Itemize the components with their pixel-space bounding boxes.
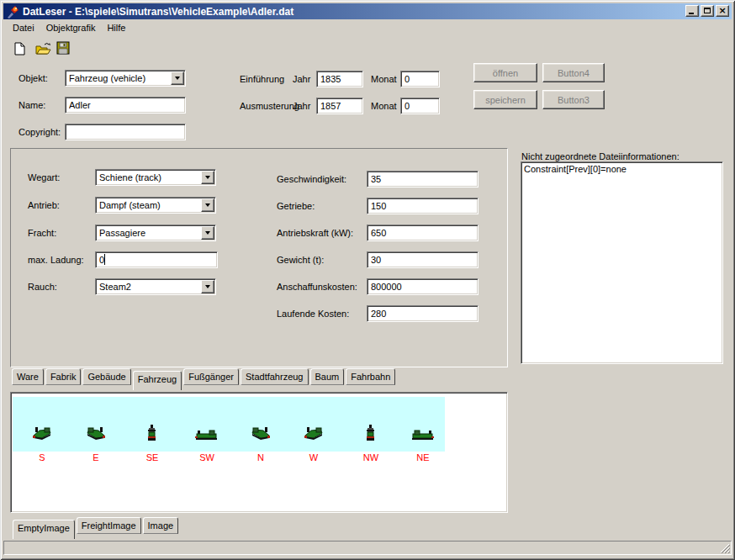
category-tab-label: Ware bbox=[17, 372, 39, 382]
getriebe--input[interactable] bbox=[367, 198, 479, 214]
menu-item-hilfe[interactable]: Hilfe bbox=[101, 20, 131, 35]
close-button[interactable]: × bbox=[716, 5, 729, 17]
ausmusterung-monat-label: Monat bbox=[371, 101, 397, 111]
fracht--combobox-value: Passagiere bbox=[99, 228, 145, 238]
fracht--combobox-dropdown-button[interactable] bbox=[201, 226, 214, 240]
category-tab-label: Fahrzeug bbox=[138, 374, 177, 384]
ausmusterung-monat-input[interactable] bbox=[400, 98, 440, 114]
button4-button[interactable]: Button4 bbox=[542, 63, 605, 82]
sprite-background bbox=[13, 397, 445, 452]
image-tab-freightimage[interactable]: FreightImage bbox=[77, 517, 141, 534]
antrieb--combobox-dropdown-button[interactable] bbox=[201, 198, 214, 212]
objekt-dropdown-button[interactable] bbox=[171, 71, 184, 85]
status-bar bbox=[3, 541, 732, 555]
locomotive-sprite-ne bbox=[411, 430, 434, 442]
file-info-label: Nicht zugeordnete Dateiinformationen: bbox=[521, 151, 679, 161]
image-tab-image[interactable]: Image bbox=[143, 517, 179, 534]
max-ladung--input[interactable] bbox=[95, 251, 218, 268]
locomotive-sprite-nw bbox=[366, 425, 375, 442]
menu-item-datei[interactable]: Datei bbox=[7, 20, 40, 35]
locomotive-sprite-s bbox=[31, 425, 53, 442]
wegart--combobox[interactable]: Schiene (track) bbox=[95, 169, 216, 186]
speichern-button[interactable]: speichern bbox=[473, 90, 537, 109]
category-tab-fabrik[interactable]: Fabrik bbox=[45, 368, 82, 385]
minimize-button[interactable] bbox=[685, 5, 699, 17]
category-tab-ware[interactable]: Ware bbox=[12, 368, 44, 385]
vehicle-form-panel: Wegart:Schiene (track)Antrieb:Dampf (ste… bbox=[10, 148, 508, 367]
category-tab-fahrbahn[interactable]: Fahrbahn bbox=[346, 368, 395, 385]
einfuehrung-jahr-label: Jahr bbox=[293, 74, 310, 84]
laufende-kosten--label: Laufende Kosten: bbox=[277, 309, 349, 319]
chevron-down-icon bbox=[205, 231, 210, 235]
name-input[interactable] bbox=[65, 97, 186, 114]
copyright-input[interactable] bbox=[65, 124, 186, 140]
image-tab-label: Image bbox=[148, 520, 174, 531]
anschaffunskosten--label: Anschaffunskosten: bbox=[277, 282, 357, 292]
chevron-down-icon bbox=[205, 176, 210, 179]
direction-label-w: W bbox=[297, 452, 330, 462]
fracht--label: Fracht: bbox=[28, 228, 56, 238]
title-bar[interactable]: DatLeser - E:\spiele\Simutrans\VehicleEx… bbox=[3, 3, 732, 19]
direction-label-n: N bbox=[244, 452, 278, 462]
paintbrush-icon bbox=[6, 5, 19, 18]
ausmusterung-label: Ausmusterung bbox=[240, 101, 299, 111]
antriebskraft-kw--label: Antriebskraft (kW): bbox=[277, 228, 353, 238]
rauch--combobox[interactable]: Steam2 bbox=[95, 278, 216, 295]
anschaffunskosten--input[interactable] bbox=[367, 278, 479, 295]
button3-button[interactable]: Button3 bbox=[542, 90, 605, 109]
chevron-down-icon bbox=[205, 285, 210, 288]
category-tab-fußgänger[interactable]: Fußgänger bbox=[183, 368, 239, 385]
category-tab-label: Fabrik bbox=[50, 372, 77, 382]
maximize-button[interactable] bbox=[701, 5, 714, 17]
antrieb--label: Antrieb: bbox=[28, 200, 60, 210]
fracht--combobox[interactable]: Passagiere bbox=[95, 225, 216, 241]
antriebskraft-kw--input[interactable] bbox=[367, 225, 479, 241]
einfuehrung-jahr-input[interactable] bbox=[316, 71, 363, 87]
objekt-combobox-value: Fahrzeug (vehicle) bbox=[69, 73, 145, 83]
öffnen-button[interactable]: öffnen bbox=[473, 63, 537, 82]
category-tab-fahrzeug[interactable]: Fahrzeug bbox=[133, 371, 182, 390]
file-info-listbox[interactable]: Constraint[Prev][0]=none bbox=[521, 161, 723, 364]
einfuehrung-label: Einführung bbox=[240, 74, 284, 84]
category-tab-label: Fußgänger bbox=[188, 372, 234, 382]
image-tabs: EmptyImageFreightImageImage bbox=[13, 516, 180, 539]
antrieb--combobox[interactable]: Dampf (steam) bbox=[95, 197, 216, 214]
window-title: DatLeser - E:\spiele\Simutrans\VehicleEx… bbox=[23, 6, 293, 18]
image-tab-emptyimage[interactable]: EmptyImage bbox=[13, 520, 75, 539]
direction-label-se: SE bbox=[135, 452, 169, 462]
resize-grip-icon[interactable] bbox=[719, 542, 730, 553]
ausmusterung-jahr-input[interactable] bbox=[316, 98, 363, 114]
copyright-label: Copyright: bbox=[19, 127, 61, 137]
new-file-icon[interactable] bbox=[13, 42, 29, 56]
maximize-icon bbox=[704, 8, 711, 13]
objekt-combobox[interactable]: Fahrzeug (vehicle) bbox=[65, 70, 186, 87]
datleser-window: DatLeser - E:\spiele\Simutrans\VehicleEx… bbox=[0, 0, 735, 560]
wegart--label: Wegart: bbox=[28, 172, 60, 182]
category-tab-stadtfahrzeug[interactable]: Stadtfahrzeug bbox=[241, 368, 309, 385]
einfuehrung-monat-input[interactable] bbox=[400, 71, 440, 87]
minimize-icon bbox=[689, 13, 694, 14]
laufende-kosten--input[interactable] bbox=[367, 305, 479, 322]
geschwindigkeit--input[interactable] bbox=[367, 171, 479, 188]
locomotive-sprite-w bbox=[303, 425, 325, 442]
wegart--combobox-dropdown-button[interactable] bbox=[201, 171, 214, 184]
menu-item-objektgrafik[interactable]: Objektgrafik bbox=[40, 20, 102, 35]
category-tabs: WareFabrikGebäudeFahrzeugFußgängerStadtf… bbox=[12, 367, 397, 390]
gewicht-t--label: Gewicht (t): bbox=[277, 255, 324, 265]
rauch--combobox-value: Steam2 bbox=[99, 282, 131, 292]
image-preview-panel: SESESWNWNWNE bbox=[10, 392, 508, 513]
menu-bar: DateiObjektgrafikHilfe bbox=[3, 19, 732, 36]
list-item[interactable]: Constraint[Prev][0]=none bbox=[524, 164, 720, 175]
image-tab-label: EmptyImage bbox=[18, 523, 70, 533]
gewicht-t--input[interactable] bbox=[367, 251, 479, 268]
open-file-icon[interactable] bbox=[35, 41, 50, 55]
category-tab-baum[interactable]: Baum bbox=[310, 368, 345, 385]
geschwindigkeit--label: Geschwindigkeit: bbox=[277, 174, 346, 184]
save-file-icon[interactable] bbox=[56, 41, 71, 55]
window-controls: × bbox=[684, 5, 729, 17]
chevron-down-icon bbox=[175, 77, 180, 80]
category-tab-gebäude[interactable]: Gebäude bbox=[82, 368, 130, 385]
direction-label-ne: NE bbox=[406, 452, 440, 462]
category-tab-label: Baum bbox=[315, 372, 340, 382]
rauch--combobox-dropdown-button[interactable] bbox=[201, 280, 214, 293]
